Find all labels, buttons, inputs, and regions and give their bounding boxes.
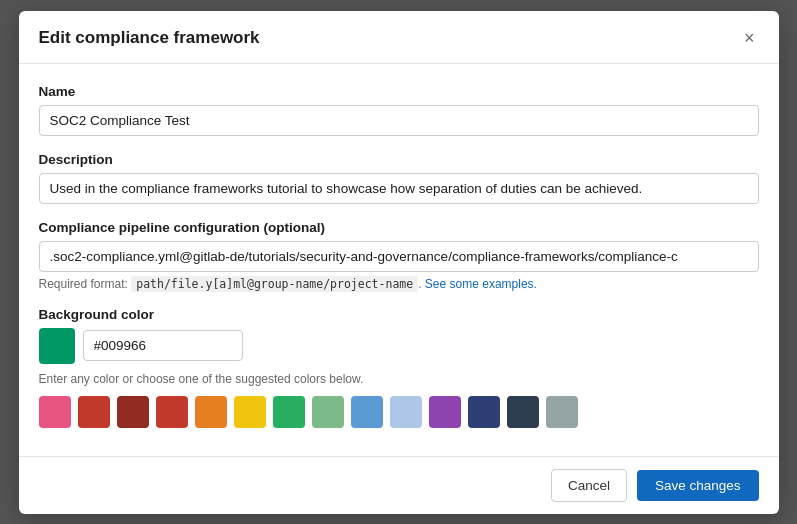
color-swatch[interactable] xyxy=(39,396,71,428)
edit-compliance-modal: Edit compliance framework × Name Descrip… xyxy=(19,11,779,514)
close-button[interactable]: × xyxy=(740,27,759,49)
color-swatch[interactable] xyxy=(429,396,461,428)
modal-header: Edit compliance framework × xyxy=(19,11,779,64)
color-swatches-row xyxy=(39,396,759,428)
pipeline-hint-code: path/file.y[a]ml@group-name/project-name xyxy=(131,276,418,292)
color-swatch[interactable] xyxy=(195,396,227,428)
color-input-row xyxy=(39,328,759,364)
color-hint-text: Enter any color or choose one of the sug… xyxy=(39,372,759,386)
color-swatch[interactable] xyxy=(312,396,344,428)
pipeline-hint-suffix: . xyxy=(418,277,425,291)
color-swatch[interactable] xyxy=(117,396,149,428)
modal-body: Name Description Compliance pipeline con… xyxy=(19,64,779,456)
pipeline-hint-prefix: Required format: xyxy=(39,277,132,291)
color-swatch[interactable] xyxy=(234,396,266,428)
pipeline-label: Compliance pipeline configuration (optio… xyxy=(39,220,759,235)
color-swatch[interactable] xyxy=(546,396,578,428)
description-field-group: Description xyxy=(39,152,759,204)
name-label: Name xyxy=(39,84,759,99)
save-changes-button[interactable]: Save changes xyxy=(637,470,759,501)
pipeline-hint: Required format: path/file.y[a]ml@group-… xyxy=(39,277,759,291)
name-input[interactable] xyxy=(39,105,759,136)
modal-footer: Cancel Save changes xyxy=(19,456,779,514)
color-swatch[interactable] xyxy=(78,396,110,428)
name-field-group: Name xyxy=(39,84,759,136)
color-swatch[interactable] xyxy=(156,396,188,428)
background-color-group: Background color Enter any color or choo… xyxy=(39,307,759,428)
pipeline-field-group: Compliance pipeline configuration (optio… xyxy=(39,220,759,291)
pipeline-hint-link[interactable]: See some examples. xyxy=(425,277,537,291)
pipeline-input[interactable] xyxy=(39,241,759,272)
selected-color-swatch xyxy=(39,328,75,364)
background-color-label: Background color xyxy=(39,307,759,322)
modal-title: Edit compliance framework xyxy=(39,28,260,48)
color-hex-input[interactable] xyxy=(83,330,243,361)
description-input[interactable] xyxy=(39,173,759,204)
color-swatch[interactable] xyxy=(507,396,539,428)
color-swatch[interactable] xyxy=(390,396,422,428)
color-swatch[interactable] xyxy=(351,396,383,428)
description-label: Description xyxy=(39,152,759,167)
cancel-button[interactable]: Cancel xyxy=(551,469,627,502)
color-swatch[interactable] xyxy=(273,396,305,428)
color-swatch[interactable] xyxy=(468,396,500,428)
